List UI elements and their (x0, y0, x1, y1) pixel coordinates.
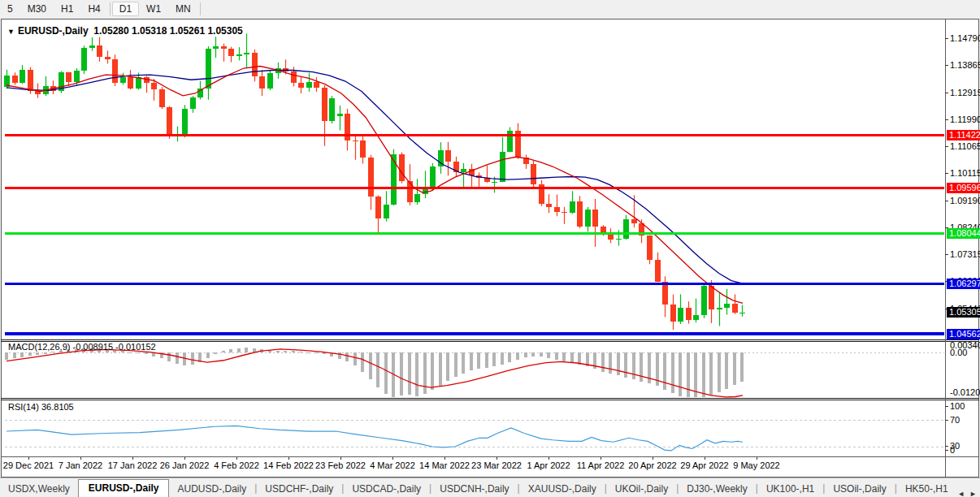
price-axis-label: 1.09190 (950, 196, 979, 205)
timeframe-button-m30[interactable]: M30 (20, 2, 54, 16)
macd-scale-label: 0.00 (950, 348, 967, 357)
toolbar-separator (200, 2, 201, 15)
tab-usdchf-daily[interactable]: USDCHF-,Daily (257, 481, 341, 497)
tab-audusd-daily[interactable]: AUDUSD-,Daily (169, 481, 254, 497)
timeframe-button-mn[interactable]: MN (168, 2, 198, 16)
price-axis-label: 1.13865 (950, 60, 979, 70)
macd-values: -0.008915 -0.010152 (72, 342, 155, 352)
tab-ukoil-daily[interactable]: UKOil-,Daily (607, 481, 676, 497)
rsi-scale-label: 70 (950, 415, 960, 425)
date-axis-label: 9 May 2022 (724, 460, 789, 470)
macd-scale-label: -0.01205 (950, 387, 980, 397)
tab-dj30-weekly[interactable]: DJ30-,Weekly (679, 481, 755, 497)
hline-price-badge: 1.09596 (947, 183, 980, 193)
chart-symbol-label: EURUSD-,Daily (18, 25, 89, 37)
tab-xauusd-daily[interactable]: XAUUSD-,Daily (520, 481, 605, 497)
tab-eurusd-daily[interactable]: EURUSD-,Daily (78, 479, 170, 497)
chart-window[interactable] (1, 19, 979, 478)
timeframe-button-d1[interactable]: D1 (112, 2, 139, 16)
chart-ohlc-values: 1.05280 1.05318 1.05261 1.05305 (93, 25, 243, 37)
macd-indicator-label: MACD(12,26,9) -0.008915 -0.010152 (8, 342, 156, 352)
hline-price-badge: 1.04562 (947, 329, 980, 339)
timeframe-button-5[interactable]: 5 (0, 2, 20, 16)
price-axis-label: 1.14790 (950, 33, 979, 43)
rsi-scale-label: 0 (950, 445, 955, 455)
timeframe-button-w1[interactable]: W1 (139, 2, 168, 16)
price-axis-label: 1.11990 (950, 115, 979, 124)
price-axis-label: 1.07315 (950, 249, 979, 259)
tab-uk100-h1[interactable]: UK100-,H1 (758, 481, 822, 497)
rsi-value: 36.8105 (41, 402, 74, 412)
trading-terminal: 5M30H1H4D1W1MN ▼EURUSD-,Daily 1.05280 1.… (0, 0, 980, 497)
timeframe-button-h4[interactable]: H4 (80, 2, 107, 16)
toolbar-separator (110, 2, 111, 15)
timeframe-button-h1[interactable]: H1 (54, 2, 80, 16)
tab-usdcnh-daily[interactable]: USDCNH-,Daily (431, 481, 517, 497)
rsi-indicator-label: RSI(14) 36.8105 (8, 402, 74, 412)
price-axis-label: 1.12915 (950, 88, 979, 97)
tab-usdcad-daily[interactable]: USDCAD-,Daily (344, 481, 429, 497)
tab-hk50-h1[interactable]: HK50-,H1 (897, 481, 956, 497)
hline-price-badge: 1.11422 (947, 130, 980, 140)
scroll-right-icon[interactable]: ► (969, 490, 977, 497)
scroll-left-icon[interactable]: ◄ (957, 490, 965, 497)
hline-price-badge: 1.08044 (947, 228, 980, 239)
chevron-down-icon[interactable]: ▼ (7, 28, 15, 36)
timeframe-toolbar: 5M30H1H4D1W1MN (0, 0, 980, 18)
rsi-scale-label: 100 (950, 401, 965, 411)
tab-scroll-buttons: ◄► (957, 490, 980, 497)
price-axis-label: 1.11065 (950, 141, 979, 151)
tab-usoil-daily[interactable]: USOil-,Daily (825, 481, 894, 497)
macd-title: MACD(12,26,9) (8, 342, 70, 352)
chart-title: ▼EURUSD-,Daily 1.05280 1.05318 1.05261 1… (7, 25, 243, 37)
hline-price-badge: 1.06297 (947, 279, 980, 289)
current-price-badge: 1.05305 (947, 307, 980, 318)
chart-tab-bar: USDX,WeeklyEURUSD-,DailyAUDUSD-,Daily|US… (0, 478, 980, 497)
rsi-title: RSI(14) (8, 402, 39, 412)
tab-usdx-weekly[interactable]: USDX,Weekly (0, 481, 78, 497)
price-axis-label: 1.10115 (950, 168, 979, 178)
